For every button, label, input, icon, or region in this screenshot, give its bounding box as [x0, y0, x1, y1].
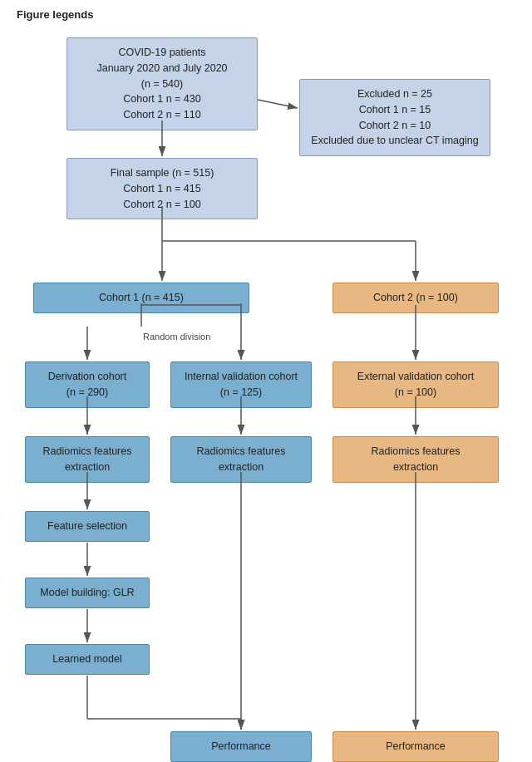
model-building-label: Model building: GLR: [40, 587, 134, 598]
svg-line-2: [258, 100, 298, 108]
final-sample-box: Final sample (n = 515)Cohort 1 n = 415Co…: [66, 158, 258, 219]
excluded-label: Excluded n = 25Cohort 1 n = 15Cohort 2 n…: [311, 88, 478, 146]
internal-validation-box: Internal validation cohort(n = 125): [170, 361, 312, 408]
derivation-label: Derivation cohort(n = 290): [48, 371, 127, 398]
flow-container: COVID-19 patientsJanuary 2020 and July 2…: [17, 29, 515, 760]
covid-patients-box: COVID-19 patientsJanuary 2020 and July 2…: [66, 37, 258, 130]
radiomics-deriv-box: Radiomics featuresextraction: [25, 436, 150, 483]
radiomics-deriv-label: Radiomics featuresextraction: [43, 445, 132, 473]
excluded-box: Excluded n = 25Cohort 1 n = 15Cohort 2 n…: [299, 79, 490, 156]
performance-orange-label: Performance: [386, 740, 446, 752]
cohort1-label: Cohort 1 (n = 415): [99, 292, 184, 303]
internal-validation-label: Internal validation cohort(n = 125): [185, 371, 298, 398]
page: Figure legends COVID-19 patientsJanuary …: [0, 0, 532, 762]
feature-selection-box: Feature selection: [25, 511, 150, 542]
figure-legends-title: Figure legends: [17, 8, 515, 21]
random-division-label: Random division: [143, 332, 210, 342]
cohort2-box: Cohort 2 (n = 100): [332, 283, 499, 313]
learned-model-label: Learned model: [52, 653, 121, 665]
performance-blue-box: Performance: [170, 731, 312, 762]
radiomics-internal-box: Radiomics featuresextraction: [170, 436, 312, 483]
final-sample-label: Final sample (n = 515)Cohort 1 n = 415Co…: [111, 167, 214, 210]
radiomics-internal-label: Radiomics featuresextraction: [197, 445, 286, 473]
cohort2-label: Cohort 2 (n = 100): [373, 292, 458, 303]
derivation-box: Derivation cohort(n = 290): [25, 361, 150, 408]
learned-model-box: Learned model: [25, 644, 150, 675]
model-building-box: Model building: GLR: [25, 578, 150, 608]
feature-selection-label: Feature selection: [47, 520, 127, 532]
cohort1-box: Cohort 1 (n = 415): [33, 283, 249, 313]
radiomics-external-label: Radiomics featuresextraction: [372, 445, 461, 473]
covid-patients-label: COVID-19 patientsJanuary 2020 and July 2…: [96, 47, 227, 120]
external-validation-label: External validation cohort(n = 100): [357, 371, 474, 398]
performance-blue-label: Performance: [211, 740, 271, 752]
performance-orange-box: Performance: [332, 731, 499, 762]
external-validation-box: External validation cohort(n = 100): [332, 361, 499, 408]
radiomics-external-box: Radiomics featuresextraction: [332, 436, 499, 483]
